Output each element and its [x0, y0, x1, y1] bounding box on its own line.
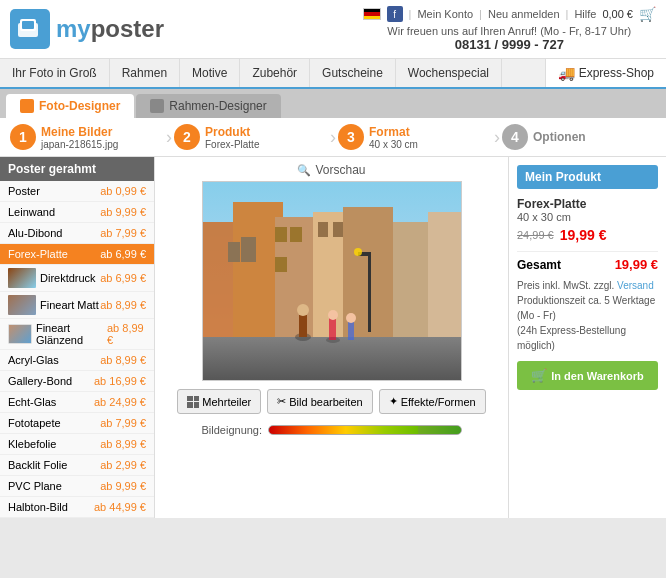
sidebar-item-halbton[interactable]: Halbton-Bild ab 44,99 €	[0, 497, 154, 518]
preview-image	[202, 181, 462, 381]
step-1[interactable]: 1 Meine Bilder japan-218615.jpg	[10, 124, 164, 150]
effekte-formen-label: Effekte/Formen	[401, 396, 476, 408]
sidebar-item-alu-dibond[interactable]: Alu-Dibond ab 7,99 €	[0, 223, 154, 244]
product-info: Preis inkl. MwSt. zzgl. Versand Produkti…	[517, 278, 658, 353]
sidebar-item-direktdruck[interactable]: Direktdruck ab 6,99 €	[0, 265, 154, 292]
step-2-title: Produkt	[205, 125, 259, 139]
step-2[interactable]: 2 Produkt Forex-Platte	[174, 124, 328, 150]
old-price: 24,99 €	[517, 229, 554, 241]
top-nav-item-gutscheine[interactable]: Gutscheine	[310, 59, 396, 87]
tab-rahmen-designer[interactable]: Rahmen-Designer	[136, 94, 280, 118]
sidebar-item-forex[interactable]: Forex-Platte ab 6,99 €	[0, 244, 154, 265]
logo-poster: poster	[91, 15, 164, 42]
sidebar-item-fineart-matt-label: Fineart Matt	[40, 299, 99, 311]
product-panel-header: Mein Produkt	[517, 165, 658, 189]
sidebar-item-acryl-price: ab 8,99 €	[100, 354, 146, 366]
sidebar-item-alu-dibond-label: Alu-Dibond	[8, 227, 62, 239]
step-4[interactable]: 4 Optionen	[502, 124, 656, 150]
svg-rect-11	[275, 257, 287, 272]
fineart-glanzend-thumb	[8, 324, 32, 344]
new-price: 19,99 €	[560, 227, 607, 243]
foto-designer-icon	[20, 99, 34, 113]
top-nav-item-motive[interactable]: Motive	[180, 59, 240, 87]
versand-link[interactable]: Versand	[617, 280, 654, 291]
mehrteiler-button[interactable]: Mehrteiler	[177, 389, 261, 414]
mein-konto-link[interactable]: Mein Konto	[417, 8, 473, 20]
top-nav: Ihr Foto in Groß Rahmen Motive Zubehör G…	[0, 59, 666, 89]
quality-indicator	[418, 426, 460, 434]
sidebar-item-direktdruck-label: Direktdruck	[40, 272, 96, 284]
fb-icon: f	[387, 6, 403, 22]
divider3: |	[566, 8, 569, 20]
sidebar-item-direktdruck-price: ab 6,99 €	[100, 272, 146, 284]
preview-toolbar: Mehrteiler ✂ Bild bearbeiten ✦ Effekte/F…	[177, 389, 485, 414]
sidebar-item-leinwand-price: ab 9,99 €	[100, 206, 146, 218]
sidebar-item-leinwand[interactable]: Leinwand ab 9,99 €	[0, 202, 154, 223]
foto-designer-label: Foto-Designer	[39, 99, 120, 113]
step-3-sub: 40 x 30 cm	[369, 139, 418, 150]
top-nav-item-rahmen[interactable]: Rahmen	[110, 59, 180, 87]
edit-icon: ✂	[277, 395, 286, 408]
step-1-title: Meine Bilder	[41, 125, 118, 139]
sidebar-item-klebefolie-price: ab 8,99 €	[100, 438, 146, 450]
svg-point-29	[346, 313, 356, 323]
step-3-title: Format	[369, 125, 418, 139]
bild-bearbeiten-button[interactable]: ✂ Bild bearbeiten	[267, 389, 372, 414]
sidebar-item-halbton-label: Halbton-Bild	[8, 501, 68, 513]
svg-rect-26	[329, 317, 336, 340]
top-nav-item-foto[interactable]: Ihr Foto in Groß	[0, 59, 110, 87]
page-header: myposter f | Mein Konto | Neu anmelden |…	[0, 0, 666, 59]
designer-tabs: Foto-Designer Rahmen-Designer	[0, 89, 666, 118]
sidebar-item-gallery[interactable]: Gallery-Bond ab 16,99 €	[0, 371, 154, 392]
step-2-number: 2	[174, 124, 200, 150]
step-2-sub: Forex-Platte	[205, 139, 259, 150]
cart-button-icon: 🛒	[531, 368, 547, 383]
step-1-sub: japan-218615.jpg	[41, 139, 118, 150]
logo[interactable]: myposter	[10, 9, 164, 49]
sidebar-item-backlit[interactable]: Backlit Folie ab 2,99 €	[0, 455, 154, 476]
preview-label: 🔍 Vorschau	[297, 163, 365, 177]
step-3[interactable]: 3 Format 40 x 30 cm	[338, 124, 492, 150]
arrow-2: ›	[330, 127, 336, 148]
sidebar-item-klebefolie[interactable]: Klebefolie ab 8,99 €	[0, 434, 154, 455]
step-4-title: Optionen	[533, 130, 586, 144]
product-info-line3: (24h Express-Bestellung möglich)	[517, 325, 626, 351]
sidebar-item-acryl[interactable]: Acryl-Glas ab 8,99 €	[0, 350, 154, 371]
quality-section: Bildeignung:	[202, 424, 462, 436]
express-label: Express-Shop	[579, 66, 654, 80]
sidebar-item-echtglas[interactable]: Echt-Glas ab 24,99 €	[0, 392, 154, 413]
sidebar-item-pvc[interactable]: PVC Plane ab 9,99 €	[0, 476, 154, 497]
product-info-line1: Preis inkl. MwSt. zzgl.	[517, 280, 614, 291]
top-nav-item-express[interactable]: 🚚 Express-Shop	[545, 59, 666, 87]
add-to-cart-button[interactable]: 🛒 In den Warenkorb	[517, 361, 658, 390]
effekte-formen-button[interactable]: ✦ Effekte/Formen	[379, 389, 486, 414]
top-nav-item-zubehor[interactable]: Zubehör	[240, 59, 310, 87]
tab-foto-designer[interactable]: Foto-Designer	[6, 94, 134, 118]
svg-rect-10	[290, 227, 302, 242]
cart-icon[interactable]: 🛒	[639, 6, 656, 22]
sidebar-item-fineart-glanzend-label: Fineart Glänzend	[36, 322, 107, 346]
rahmen-designer-icon	[150, 99, 164, 113]
preview-svg	[203, 182, 462, 381]
sidebar-item-fototapete[interactable]: Fototapete ab 7,99 €	[0, 413, 154, 434]
product-size: 40 x 30 cm	[517, 211, 658, 223]
sidebar: Poster gerahmt Poster ab 0,99 € Leinwand…	[0, 157, 155, 518]
preview-label-text: Vorschau	[315, 163, 365, 177]
sidebar-item-fineart-glanzend[interactable]: Fineart Glänzend ab 8,99 €	[0, 319, 154, 350]
total-row: Gesamt 19,99 €	[517, 251, 658, 272]
arrow-3: ›	[494, 127, 500, 148]
steps-bar: 1 Meine Bilder japan-218615.jpg › 2 Prod…	[0, 118, 666, 157]
hilfe-link[interactable]: Hilfe	[574, 8, 596, 20]
sidebar-item-forex-price: ab 6,99 €	[100, 248, 146, 260]
svg-rect-14	[333, 222, 343, 237]
sidebar-scroll[interactable]: Poster ab 0,99 € Leinwand ab 9,99 € Alu-…	[0, 181, 154, 518]
logo-my: my	[56, 15, 91, 42]
sidebar-item-poster[interactable]: Poster ab 0,99 €	[0, 181, 154, 202]
divider2: |	[479, 8, 482, 20]
sidebar-item-poster-price: ab 0,99 €	[100, 185, 146, 197]
sidebar-item-acryl-label: Acryl-Glas	[8, 354, 59, 366]
neu-anmelden-link[interactable]: Neu anmelden	[488, 8, 560, 20]
header-links: f | Mein Konto | Neu anmelden | Hilfe 0,…	[363, 6, 656, 22]
top-nav-item-wochenspecial[interactable]: Wochenspecial	[396, 59, 502, 87]
sidebar-item-fineart-matt[interactable]: Fineart Matt ab 8,99 €	[0, 292, 154, 319]
